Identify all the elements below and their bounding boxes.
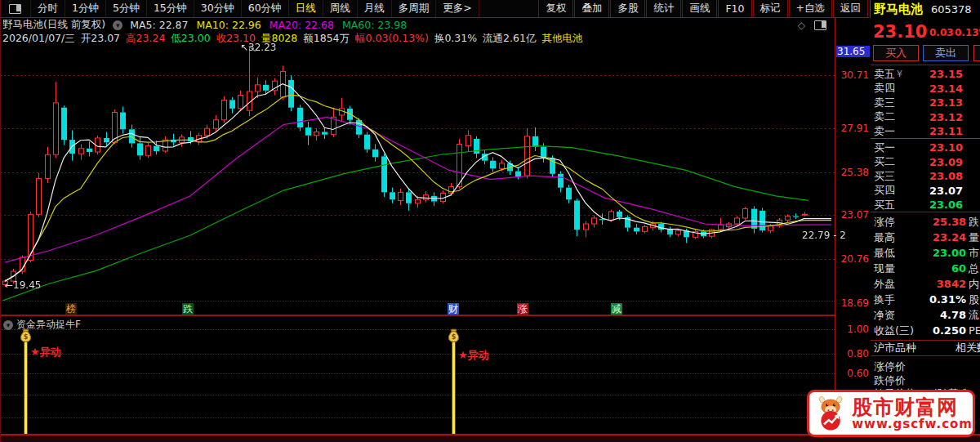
yen-icon: ¥ (897, 69, 902, 79)
book-divider (871, 138, 980, 139)
stat-row-7: 收益(三)0.250PE (871, 324, 980, 337)
indicator-subpanel[interactable]: ▾ 资金异动捉牛F $★异动$★异动 (0, 316, 835, 434)
divider (871, 212, 980, 212)
chart-annotation-1: ←19.45 (5, 279, 41, 291)
split-window-icon[interactable] (814, 20, 826, 30)
ohlc-segment-10: 其他电池 (541, 32, 582, 45)
event-char-4[interactable]: 减 (611, 303, 622, 315)
watermark-site-url: www.gscfw.com (852, 418, 973, 431)
diamond-icon[interactable]: ◇ (798, 20, 805, 31)
last-price: 23.10 (873, 22, 927, 42)
signal-label-1: ★异动 (458, 348, 489, 363)
ma-label-0: MA5: 22.87 (130, 19, 188, 31)
axis-label-max: 31.65 (836, 46, 870, 57)
sub-gridline-3 (0, 395, 835, 395)
chart-annotation-2: 22.79 - 2 (802, 230, 846, 241)
menu-item-9[interactable]: 多周期 (392, 0, 437, 17)
menu-right-item-1[interactable]: 叠加 (574, 0, 609, 17)
menu-right-item-8[interactable]: 返回 (833, 0, 868, 17)
money-bag-icon: $ (448, 328, 460, 346)
menu-right-item-4[interactable]: 画线 (682, 0, 717, 17)
price-change: 0.03 (929, 27, 954, 38)
svg-text:$: $ (452, 333, 457, 341)
buy-button[interactable]: 买入 (873, 45, 919, 61)
menu-right-item-0[interactable]: 复权 (538, 0, 573, 17)
bid-row-0[interactable]: 买一23.10 (871, 141, 980, 154)
market-section-header: 沪市品种 相关数 (871, 340, 980, 356)
site-watermark: 股市财富网 www.gscfw.com (807, 390, 975, 437)
stock-code: 605378 (931, 3, 972, 16)
ohlc-date-row: 2026/01/07/三开23.07高23.24低23.00收23.10量802… (0, 32, 837, 45)
ohlc-segment-3: 低23.00 (171, 32, 210, 45)
bull-logo-icon (813, 392, 849, 435)
sub-gridline-2 (0, 373, 835, 374)
event-char-3[interactable]: 涨 (517, 303, 528, 315)
sub-axis-label-1: 0.80 (847, 348, 869, 359)
event-char-2[interactable]: 财 (448, 303, 459, 315)
sub-gridline-1 (0, 354, 835, 355)
bid-row-1[interactable]: 买二23.09 (871, 155, 980, 169)
chart-annotation-0: ↖32.23 (240, 42, 276, 53)
stat-row-3: 现量60总 (871, 261, 980, 275)
bid-row-4[interactable]: 买五23.06 (871, 198, 980, 212)
chart-title: 野马电池(日线 前复权) (2, 18, 105, 32)
event-chars-row: 榜跌财涨减 (0, 301, 835, 315)
signal-bar-1 (452, 342, 456, 434)
stat-row-6: 净资4.78流 (871, 308, 980, 322)
menu-item-2[interactable]: 5分钟 (106, 0, 147, 17)
stock-name: 野马电池 (874, 2, 923, 17)
ohlc-segment-9: 流通2.61亿 (483, 32, 536, 45)
ma-label-3: MA60: 23.98 (342, 19, 407, 31)
sub-axis-label-0: 1.00 (847, 324, 869, 335)
axis-label-1: 27.91 (841, 123, 869, 134)
signal-label-0: ★异动 (30, 345, 61, 359)
menu-item-5[interactable]: 60分钟 (242, 0, 289, 17)
price-axis: 31.6530.7127.9125.3823.0720.7618.691.000… (835, 18, 871, 434)
ask-row-3[interactable]: 卖二23.12 (871, 110, 980, 124)
ask-row-0[interactable]: 卖五¥23.15 (871, 67, 980, 81)
sell-button[interactable]: 卖出 (923, 45, 969, 61)
menu-item-3[interactable]: 15分钟 (147, 0, 194, 17)
price-change-pct: 0.13% (955, 27, 980, 38)
stat-row-1: 最高23.24量 (871, 230, 980, 244)
ohlc-segment-7: 幅0.03(0.13%) (355, 32, 429, 45)
menu-right-item-3[interactable]: 统计 (646, 0, 681, 17)
ma-label-2: MA20: 22.68 (270, 19, 334, 31)
menu-item-1[interactable]: 1分钟 (65, 0, 106, 17)
ask-row-2[interactable]: 卖三23.13 (871, 96, 980, 109)
menu-item-7[interactable]: 周线 (323, 0, 358, 17)
chevron-down-icon[interactable]: ▾ (3, 320, 13, 330)
ohlc-segment-0: 2026/01/07/三 (2, 32, 75, 45)
event-char-1[interactable]: 跌 (182, 303, 194, 315)
top-menubar: 分时1分钟5分钟15分钟30分钟60分钟日线周线月线多周期更多> 复权叠加多股统… (0, 0, 869, 18)
window-layout-icon[interactable] (0, 0, 31, 17)
bid-row-2[interactable]: 买三23.08 (871, 169, 980, 183)
signal-bar-0 (24, 342, 28, 434)
stat-row-2: 最低23.00市 (871, 246, 980, 260)
event-char-0[interactable]: 榜 (65, 303, 77, 315)
menu-item-8[interactable]: 月线 (358, 0, 392, 17)
ask-row-4[interactable]: 卖一23.11 (871, 124, 980, 138)
ask-row-1[interactable]: 卖四23.14 (871, 82, 980, 96)
menu-item-0[interactable]: 分时 (31, 0, 65, 17)
menu-item-10[interactable]: 更多> (436, 0, 479, 17)
axis-label-2: 25.38 (841, 167, 869, 178)
menu-right-item-2[interactable]: 多股 (610, 0, 645, 17)
bid-row-3[interactable]: 买四23.07 (871, 184, 980, 198)
axis-label-5: 18.69 (841, 297, 869, 309)
ohlc-segment-8: 换0.31% (434, 32, 477, 45)
menu-item-4[interactable]: 30分钟 (194, 0, 242, 17)
sidebar-extra-row-0: 涨停价 (874, 359, 980, 374)
candlestick-chart[interactable] (0, 45, 835, 301)
divider (871, 65, 980, 65)
menu-item-6[interactable]: 日线 (289, 0, 323, 17)
menu-right-item-6[interactable]: 标记 (753, 0, 788, 17)
svg-text:$: $ (24, 333, 29, 341)
menu-right-item-7[interactable]: +自选 (789, 0, 832, 17)
more-trade-button[interactable] (973, 45, 980, 61)
sub-axis-label-2: 0.60 (847, 368, 869, 379)
axis-label-3: 23.07 (841, 209, 869, 221)
ohlc-segment-1: 开23.07 (81, 32, 120, 45)
menu-right-item-5[interactable]: F10 (718, 0, 751, 17)
chevron-down-icon[interactable]: ▾ (113, 20, 122, 30)
